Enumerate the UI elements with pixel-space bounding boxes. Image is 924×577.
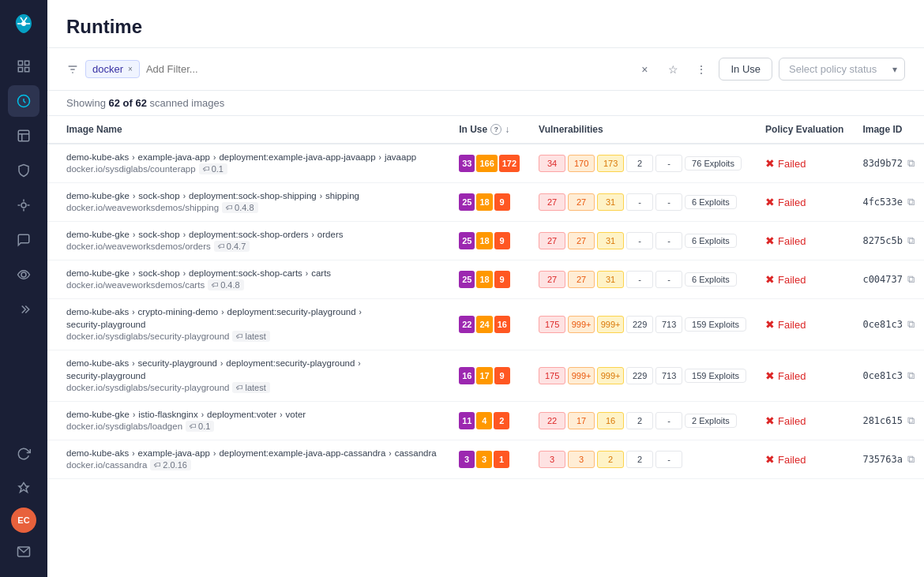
filter-chip-close[interactable]: × bbox=[128, 65, 133, 73]
inuse-cell: 1142 bbox=[449, 402, 529, 440]
svg-rect-6 bbox=[18, 130, 29, 141]
inuse-bar: 1142 bbox=[459, 412, 520, 429]
breadcrumb-row: demo-kube-aks›example-java-app›deploymen… bbox=[66, 152, 440, 162]
filter-icon[interactable] bbox=[66, 63, 79, 76]
copy-id-button[interactable]: ⧉ bbox=[907, 273, 915, 286]
exploits-button[interactable]: 159 Exploits bbox=[685, 369, 746, 383]
breadcrumb-part: deployment:security-playground bbox=[226, 358, 355, 368]
image-path-row: docker.io/sysdiglabs/loadgen 0.1 bbox=[66, 421, 440, 432]
bar-segment: 16 bbox=[494, 316, 510, 333]
image-id-cell: c004737 ⧉ bbox=[853, 260, 924, 299]
image-path-row: docker.io/weaveworksdemos/shipping 0.4.8 bbox=[66, 202, 440, 213]
image-name-cell: demo-kube-gke›sock-shop›deployment:sock-… bbox=[47, 222, 449, 260]
table-row: demo-kube-aks›security-playground›deploy… bbox=[47, 350, 924, 402]
vuln-box: 27 bbox=[568, 193, 595, 211]
sidebar-item-dashboard[interactable] bbox=[8, 51, 39, 82]
breadcrumb-separator: › bbox=[320, 192, 322, 200]
breadcrumb-separator: › bbox=[201, 410, 204, 419]
sidebar-item-runtime[interactable] bbox=[8, 85, 39, 117]
star-button[interactable]: ☆ bbox=[662, 58, 684, 81]
breadcrumb-separator: › bbox=[220, 359, 223, 368]
copy-id-button[interactable]: ⧉ bbox=[907, 414, 915, 427]
sidebar-item-mail[interactable] bbox=[8, 536, 39, 568]
image-path-row: docker.io/cassandra 2.0.16 bbox=[66, 459, 440, 470]
image-id-cell: 735763a ⧉ bbox=[853, 440, 924, 479]
copy-id-button[interactable]: ⧉ bbox=[907, 369, 915, 382]
image-name-cell: demo-kube-aks›example-java-app›deploymen… bbox=[47, 440, 449, 479]
images-table-container[interactable]: Image Name In Use ? ↓ Vulnerabilities Po… bbox=[47, 116, 924, 577]
add-filter-input[interactable] bbox=[146, 63, 384, 75]
sidebar-item-list[interactable] bbox=[8, 120, 39, 152]
sidebar-item-eye[interactable] bbox=[8, 259, 39, 290]
inuse-filter-button[interactable]: In Use bbox=[719, 58, 772, 81]
copy-id-button[interactable]: ⧉ bbox=[907, 196, 915, 208]
fail-icon: ✖ bbox=[765, 196, 775, 208]
policy-status-select[interactable]: Select policy status Failed Passed bbox=[779, 58, 905, 81]
image-tag: latest bbox=[232, 382, 269, 393]
copy-id-button[interactable]: ⧉ bbox=[907, 453, 915, 466]
vuln-box: 2 bbox=[626, 451, 653, 468]
vuln-box: 229 bbox=[626, 367, 653, 384]
image-id-value: 8275c5b bbox=[862, 235, 903, 246]
sidebar-item-expand[interactable] bbox=[8, 294, 39, 325]
breadcrumb-part: deployment:example-java-app-cassandra bbox=[219, 448, 385, 458]
copy-id-button[interactable]: ⧉ bbox=[907, 234, 915, 247]
exploits-button[interactable]: 6 Exploits bbox=[685, 234, 737, 248]
sort-inuse-icon[interactable]: ↓ bbox=[505, 124, 509, 135]
breadcrumb-separator: › bbox=[359, 308, 362, 317]
breadcrumb-separator: › bbox=[132, 449, 134, 458]
breadcrumb-part: demo-kube-aks bbox=[66, 448, 129, 458]
main-content: Runtime docker × × ☆ ⋮ In Use Select pol… bbox=[47, 0, 924, 577]
exploits-button[interactable]: 6 Exploits bbox=[685, 195, 737, 209]
filter-chip-label: docker bbox=[92, 63, 123, 75]
vuln-cell-inner: 175999+999+229713159 Exploits bbox=[539, 316, 746, 333]
breadcrumb-part: demo-kube-aks bbox=[66, 358, 129, 368]
exploits-button[interactable]: 6 Exploits bbox=[685, 272, 737, 287]
user-avatar[interactable]: EC bbox=[11, 508, 36, 533]
breadcrumb-separator: › bbox=[133, 269, 135, 278]
fail-icon: ✖ bbox=[765, 414, 775, 427]
bar-segment: 3 bbox=[476, 451, 492, 468]
filter-chip-docker[interactable]: docker × bbox=[85, 60, 140, 78]
bar-segment: 9 bbox=[494, 193, 510, 211]
vuln-box: - bbox=[655, 193, 682, 211]
copy-id-button[interactable]: ⧉ bbox=[907, 157, 915, 170]
image-id-value: 0ce81c3 bbox=[862, 319, 903, 330]
sidebar-item-network[interactable] bbox=[8, 189, 39, 221]
inuse-bar: 25189 bbox=[459, 193, 520, 211]
policy-status: Failed bbox=[778, 415, 806, 427]
bar-segment: 24 bbox=[476, 316, 492, 333]
more-options-button[interactable]: ⋮ bbox=[690, 58, 712, 81]
copy-id-button[interactable]: ⧉ bbox=[907, 318, 915, 331]
sidebar-item-rocket[interactable] bbox=[8, 473, 39, 504]
bar-segment: 166 bbox=[476, 155, 497, 172]
image-id-cell: 4fc533e ⧉ bbox=[853, 183, 924, 222]
toolbar-actions: × ☆ ⋮ In Use Select policy status Failed… bbox=[633, 58, 905, 81]
breadcrumb-separator: › bbox=[133, 192, 135, 200]
fail-icon: ✖ bbox=[765, 369, 775, 382]
vuln-box: 27 bbox=[539, 271, 565, 288]
exploits-button[interactable]: 2 Exploits bbox=[685, 414, 737, 428]
policy-failed: ✖ Failed bbox=[765, 196, 843, 208]
breadcrumb-separator: › bbox=[306, 269, 308, 278]
exploits-button[interactable]: 76 Exploits bbox=[685, 156, 742, 170]
image-path: docker.io/sysdiglabs/security-playground bbox=[66, 383, 229, 392]
image-id-value: 83d9b72 bbox=[862, 158, 903, 169]
bar-segment: 11 bbox=[459, 412, 475, 429]
sidebar-item-shield[interactable] bbox=[8, 155, 39, 186]
sidebar-item-refresh[interactable] bbox=[8, 438, 39, 470]
breadcrumb-separator: › bbox=[312, 230, 314, 239]
sidebar-item-messages[interactable] bbox=[8, 224, 39, 256]
vuln-box: - bbox=[626, 232, 653, 249]
vuln-box: 173 bbox=[597, 155, 624, 172]
image-path-row: docker.io/weaveworksdemos/orders 0.4.7 bbox=[66, 241, 440, 252]
svg-rect-2 bbox=[25, 61, 29, 65]
bar-segment: 9 bbox=[494, 367, 510, 384]
clear-filters-button[interactable]: × bbox=[633, 58, 655, 81]
vuln-box: 2 bbox=[626, 155, 653, 172]
breadcrumb-row: demo-kube-aks›crypto-mining-demo›deploym… bbox=[66, 307, 440, 329]
breadcrumb-part: cassandra bbox=[395, 448, 437, 458]
exploits-button[interactable]: 159 Exploits bbox=[685, 317, 746, 332]
inuse-bar: 25189 bbox=[459, 232, 520, 249]
vuln-box: - bbox=[655, 451, 682, 468]
